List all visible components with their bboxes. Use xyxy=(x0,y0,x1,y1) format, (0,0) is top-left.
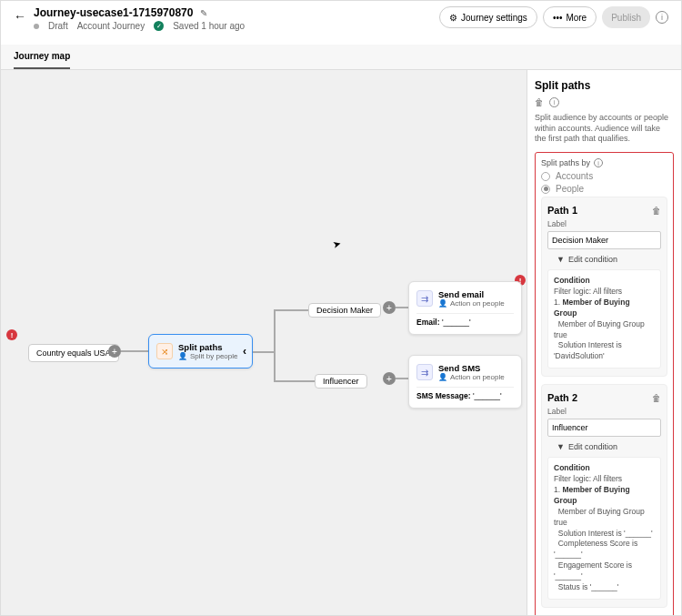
back-icon[interactable]: ← xyxy=(14,9,26,24)
warning-icon: ! xyxy=(6,329,17,340)
header-left: ← Journey-usecase1-1715970870 ✎ Draft Ac… xyxy=(14,6,245,31)
person-icon: 👤 xyxy=(178,352,187,360)
page-title: Journey-usecase1-1715970870 xyxy=(34,6,193,19)
connector xyxy=(274,309,308,311)
connector xyxy=(121,350,148,352)
trash-icon[interactable]: 🗑 xyxy=(652,393,661,403)
person-icon: 👤 xyxy=(438,299,447,308)
node-split-paths[interactable]: ⤨ Split paths 👤Split by people ‹ xyxy=(148,334,253,369)
panel-description: Split audience by accounts or people wit… xyxy=(535,113,674,145)
node-send-email[interactable]: ⇉ Send email 👤Action on people Email: '_… xyxy=(408,281,522,335)
edit-icon[interactable]: ✎ xyxy=(200,8,207,18)
node-text: Split paths 👤Split by people xyxy=(178,342,237,360)
highlight-box: Split paths byi Accounts People Path 1🗑 … xyxy=(535,152,674,615)
panel-title: Split paths xyxy=(535,79,674,92)
trash-icon[interactable]: 🗑 xyxy=(535,97,544,107)
cursor-icon: ➤ xyxy=(331,237,342,251)
radio-people[interactable]: People xyxy=(541,184,667,194)
canvas[interactable]: ➤ ! Country equals USA + ⤨ Split paths 👤… xyxy=(1,70,527,615)
path-2-box: Path 2🗑 Label ▼Edit condition Condition … xyxy=(541,384,667,608)
label-text: Label xyxy=(547,407,661,416)
tab-journey-map[interactable]: Journey map xyxy=(14,45,70,69)
info-icon[interactable]: i xyxy=(656,11,668,24)
draft-label: Draft xyxy=(48,21,68,31)
saved-label: Saved 1 hour ago xyxy=(173,21,245,31)
journey-settings-button[interactable]: ⚙Journey settings xyxy=(439,6,537,28)
node-body: Email: '______' xyxy=(416,313,514,327)
more-icon: ••• xyxy=(553,13,563,23)
side-panel: Split paths 🗑 i Split audience by accoun… xyxy=(527,70,681,615)
edit-condition-link[interactable]: ▼Edit condition xyxy=(547,442,661,451)
trash-icon[interactable]: 🗑 xyxy=(652,206,661,216)
connector xyxy=(274,309,276,382)
info-icon[interactable]: i xyxy=(594,158,603,167)
radio-accounts[interactable]: Accounts xyxy=(541,171,667,181)
publish-button[interactable]: Publish xyxy=(602,6,650,28)
edit-condition-link[interactable]: ▼Edit condition xyxy=(547,255,661,264)
header: ← Journey-usecase1-1715970870 ✎ Draft Ac… xyxy=(1,1,681,45)
connector xyxy=(274,380,315,382)
radio-icon xyxy=(541,172,550,181)
node-send-sms[interactable]: ⇉ Send SMS 👤Action on people SMS Message… xyxy=(408,355,522,409)
port-icon[interactable]: + xyxy=(383,372,396,385)
port-icon[interactable]: + xyxy=(108,345,121,358)
chevron-left-icon[interactable]: ‹ xyxy=(243,345,246,358)
port-icon[interactable]: + xyxy=(383,301,396,314)
path-1-box: Path 1🗑 Label ▼Edit condition Condition … xyxy=(541,197,667,377)
split-by-label: Split paths byi xyxy=(541,158,667,167)
meta-row: Draft Account Journey ✓ Saved 1 hour ago xyxy=(34,21,245,31)
title-column: Journey-usecase1-1715970870 ✎ Draft Acco… xyxy=(34,6,245,31)
person-icon: 👤 xyxy=(438,373,447,381)
action-icon: ⇉ xyxy=(416,290,433,307)
subtitle: Account Journey xyxy=(77,21,145,31)
funnel-icon: ▼ xyxy=(557,255,565,264)
funnel-icon: ▼ xyxy=(557,442,565,451)
action-icon: ⇉ xyxy=(416,364,433,380)
path-title: Path 1 xyxy=(547,205,577,216)
connector xyxy=(396,378,408,379)
radio-icon xyxy=(541,185,550,194)
main: ➤ ! Country equals USA + ⤨ Split paths 👤… xyxy=(1,70,681,615)
tab-bar: Journey map xyxy=(1,45,681,70)
header-right: ⚙Journey settings •••More Publish i xyxy=(439,6,668,28)
node-text: Send email 👤Action on people xyxy=(438,289,505,308)
branch-label-influencer[interactable]: Influencer xyxy=(315,374,367,389)
label-text: Label xyxy=(547,219,661,228)
check-icon: ✓ xyxy=(154,21,164,31)
more-button[interactable]: •••More xyxy=(543,6,597,28)
condition-box: Condition Filter logic: All filters 1. M… xyxy=(547,269,661,369)
gear-icon: ⚙ xyxy=(449,13,457,23)
info-icon[interactable]: i xyxy=(549,97,559,107)
branch-label-decision-maker[interactable]: Decision Maker xyxy=(308,303,381,318)
path-label-input[interactable] xyxy=(547,419,661,437)
draft-dot-icon xyxy=(34,24,39,29)
connector xyxy=(396,307,408,308)
node-body: SMS Message: '______' xyxy=(416,387,514,400)
path-label-input[interactable] xyxy=(547,231,661,249)
node-entry[interactable]: Country equals USA xyxy=(28,344,119,362)
connector xyxy=(253,351,275,353)
node-text: Send SMS 👤Action on people xyxy=(438,363,505,381)
path-title: Path 2 xyxy=(547,392,577,403)
split-icon: ⤨ xyxy=(156,343,173,359)
condition-box: Condition Filter logic: All filters 1. M… xyxy=(547,457,661,600)
